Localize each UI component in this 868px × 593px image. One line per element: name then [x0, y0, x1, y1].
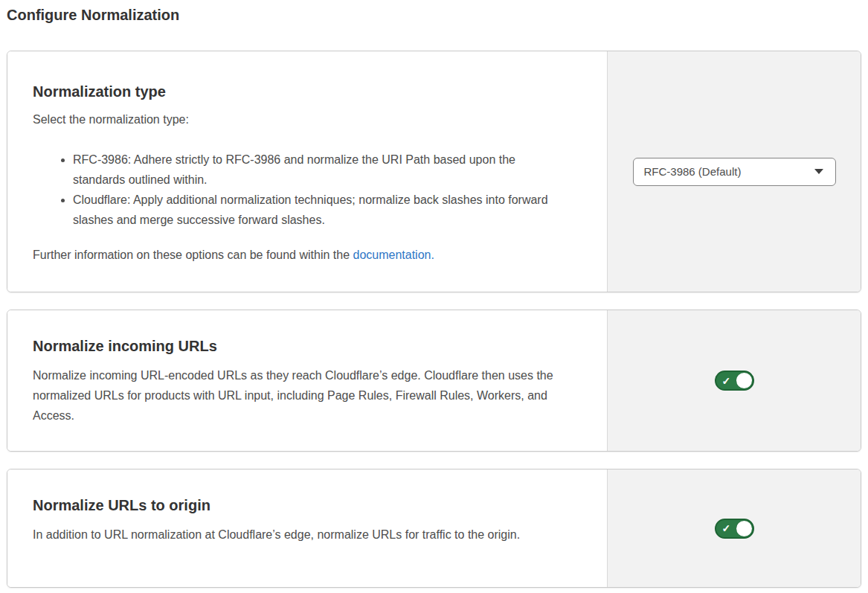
documentation-link[interactable]: documentation: [353, 249, 431, 261]
select-value: RFC-3986 (Default): [644, 165, 742, 178]
card-control-panel: ✓: [607, 310, 861, 451]
normalization-options-list: RFC-3986: Adhere strictly to RFC-3986 an…: [33, 150, 570, 230]
card-control-panel: RFC-3986 (Default): [607, 51, 861, 292]
card-description: In addition to URL normalization at Clou…: [33, 525, 561, 545]
configure-normalization-page: Configure Normalization Normalization ty…: [0, 0, 868, 588]
card-title: Normalize incoming URLs: [33, 336, 570, 356]
chevron-down-icon: [814, 169, 823, 174]
card-content: Normalize URLs to origin In addition to …: [7, 469, 607, 587]
card-content: Normalization type Select the normalizat…: [7, 51, 607, 292]
card-description: Normalize incoming URL-encoded URLs as t…: [33, 365, 561, 426]
card-title: Normalization type: [33, 81, 570, 102]
card-footer: Further information on these options can…: [33, 246, 570, 264]
normalize-urls-to-origin-toggle[interactable]: ✓: [715, 519, 754, 539]
list-item-rfc3986: RFC-3986: Adhere strictly to RFC-3986 an…: [73, 150, 570, 190]
card-subtitle: Select the normalization type:: [33, 111, 570, 129]
card-content: Normalize incoming URLs Normalize incomi…: [7, 310, 607, 451]
check-icon: ✓: [722, 376, 731, 386]
footer-prefix-text: Further information on these options can…: [33, 249, 353, 261]
toggle-knob: [736, 521, 752, 536]
card-normalization-type: Normalization type Select the normalizat…: [7, 51, 861, 292]
card-normalize-incoming-urls: Normalize incoming URLs Normalize incomi…: [7, 310, 861, 452]
normalize-incoming-urls-toggle[interactable]: ✓: [715, 371, 754, 391]
card-control-panel: ✓: [607, 469, 861, 587]
card-title: Normalize URLs to origin: [33, 495, 570, 516]
normalization-type-select[interactable]: RFC-3986 (Default): [633, 158, 836, 186]
toggle-knob: [736, 373, 752, 388]
page-title: Configure Normalization: [7, 6, 861, 24]
list-item-cloudflare: Cloudflare: Apply additional normalizati…: [73, 190, 570, 230]
check-icon: ✓: [722, 523, 731, 533]
card-normalize-urls-to-origin: Normalize URLs to origin In addition to …: [7, 469, 861, 588]
footer-period: .: [431, 249, 434, 261]
